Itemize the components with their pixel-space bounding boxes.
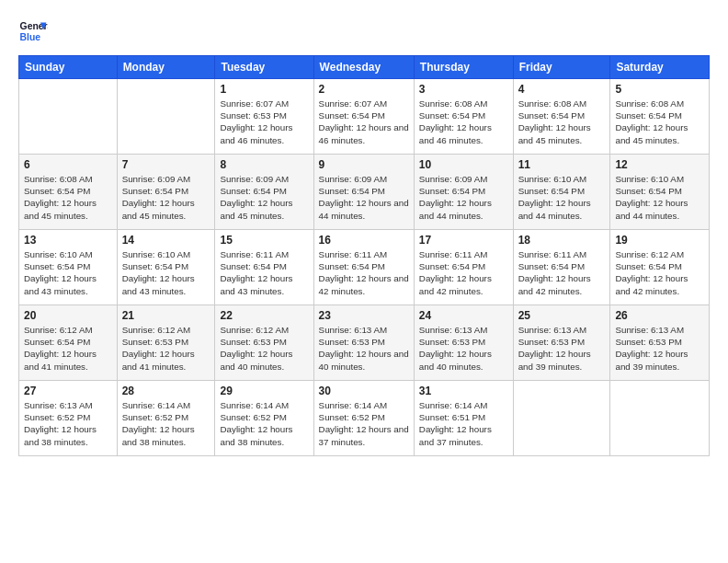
calendar-cell [610, 381, 710, 456]
day-info: Sunrise: 6:10 AM Sunset: 6:54 PM Dayligh… [615, 173, 704, 222]
day-info: Sunrise: 6:09 AM Sunset: 6:54 PM Dayligh… [122, 173, 210, 222]
calendar-cell: 13Sunrise: 6:10 AM Sunset: 6:54 PM Dayli… [19, 230, 118, 305]
day-number: 11 [518, 158, 606, 171]
calendar-cell [19, 79, 118, 155]
calendar-cell: 31Sunrise: 6:14 AM Sunset: 6:51 PM Dayli… [414, 381, 513, 456]
day-number: 10 [419, 158, 508, 171]
calendar-cell: 19Sunrise: 6:12 AM Sunset: 6:54 PM Dayli… [610, 230, 710, 305]
calendar-cell: 24Sunrise: 6:13 AM Sunset: 6:53 PM Dayli… [414, 305, 513, 381]
calendar-table: SundayMondayTuesdayWednesdayThursdayFrid… [18, 55, 710, 456]
day-number: 26 [615, 309, 704, 322]
calendar-week-3: 13Sunrise: 6:10 AM Sunset: 6:54 PM Dayli… [19, 230, 710, 305]
day-number: 14 [122, 234, 210, 247]
calendar-cell: 23Sunrise: 6:13 AM Sunset: 6:53 PM Dayli… [313, 305, 414, 381]
calendar-cell: 17Sunrise: 6:11 AM Sunset: 6:54 PM Dayli… [414, 230, 513, 305]
day-info: Sunrise: 6:11 AM Sunset: 6:54 PM Dayligh… [419, 248, 508, 297]
calendar-cell: 25Sunrise: 6:13 AM Sunset: 6:53 PM Dayli… [513, 305, 610, 381]
day-info: Sunrise: 6:10 AM Sunset: 6:54 PM Dayligh… [122, 248, 210, 297]
calendar-header-row: SundayMondayTuesdayWednesdayThursdayFrid… [19, 56, 710, 79]
day-number: 25 [518, 309, 606, 322]
day-info: Sunrise: 6:09 AM Sunset: 6:54 PM Dayligh… [319, 173, 409, 222]
calendar-cell [513, 381, 610, 456]
day-number: 8 [220, 158, 308, 171]
calendar-header-monday: Monday [117, 56, 215, 79]
day-info: Sunrise: 6:11 AM Sunset: 6:54 PM Dayligh… [220, 248, 308, 297]
day-number: 28 [122, 385, 210, 397]
calendar-cell: 30Sunrise: 6:14 AM Sunset: 6:52 PM Dayli… [313, 381, 414, 456]
day-number: 16 [319, 234, 409, 247]
svg-text:Blue: Blue [20, 32, 41, 42]
day-number: 1 [220, 83, 308, 96]
calendar-header-saturday: Saturday [610, 56, 710, 79]
day-info: Sunrise: 6:12 AM Sunset: 6:53 PM Dayligh… [122, 324, 210, 373]
calendar-header-wednesday: Wednesday [313, 56, 414, 79]
day-info: Sunrise: 6:13 AM Sunset: 6:53 PM Dayligh… [615, 324, 704, 373]
day-info: Sunrise: 6:12 AM Sunset: 6:54 PM Dayligh… [615, 248, 704, 297]
calendar-header-sunday: Sunday [19, 56, 118, 79]
calendar-cell: 29Sunrise: 6:14 AM Sunset: 6:52 PM Dayli… [215, 381, 313, 456]
day-number: 6 [24, 158, 112, 171]
day-number: 18 [518, 234, 606, 247]
day-number: 7 [122, 158, 210, 171]
calendar-cell: 8Sunrise: 6:09 AM Sunset: 6:54 PM Daylig… [215, 155, 313, 230]
calendar-cell [117, 79, 215, 155]
calendar-cell: 5Sunrise: 6:08 AM Sunset: 6:54 PM Daylig… [610, 79, 710, 155]
calendar-week-2: 6Sunrise: 6:08 AM Sunset: 6:54 PM Daylig… [19, 155, 710, 230]
day-number: 29 [220, 385, 308, 397]
calendar-cell: 1Sunrise: 6:07 AM Sunset: 6:53 PM Daylig… [215, 79, 313, 155]
calendar-cell: 10Sunrise: 6:09 AM Sunset: 6:54 PM Dayli… [414, 155, 513, 230]
calendar-cell: 16Sunrise: 6:11 AM Sunset: 6:54 PM Dayli… [313, 230, 414, 305]
calendar-cell: 9Sunrise: 6:09 AM Sunset: 6:54 PM Daylig… [313, 155, 414, 230]
day-info: Sunrise: 6:10 AM Sunset: 6:54 PM Dayligh… [518, 173, 606, 222]
calendar-week-1: 1Sunrise: 6:07 AM Sunset: 6:53 PM Daylig… [19, 79, 710, 155]
day-info: Sunrise: 6:14 AM Sunset: 6:52 PM Dayligh… [220, 399, 308, 448]
day-number: 27 [24, 385, 112, 397]
day-number: 9 [319, 158, 409, 171]
day-info: Sunrise: 6:12 AM Sunset: 6:53 PM Dayligh… [220, 324, 308, 373]
day-number: 23 [319, 309, 409, 322]
logo: General Blue [18, 17, 48, 46]
day-info: Sunrise: 6:08 AM Sunset: 6:54 PM Dayligh… [419, 98, 508, 146]
day-number: 30 [319, 385, 409, 397]
day-number: 20 [24, 309, 112, 322]
day-info: Sunrise: 6:07 AM Sunset: 6:54 PM Dayligh… [319, 98, 409, 146]
calendar-cell: 21Sunrise: 6:12 AM Sunset: 6:53 PM Dayli… [117, 305, 215, 381]
day-info: Sunrise: 6:13 AM Sunset: 6:52 PM Dayligh… [24, 399, 112, 448]
day-info: Sunrise: 6:08 AM Sunset: 6:54 PM Dayligh… [518, 98, 606, 146]
calendar-cell: 12Sunrise: 6:10 AM Sunset: 6:54 PM Dayli… [610, 155, 710, 230]
calendar-cell: 6Sunrise: 6:08 AM Sunset: 6:54 PM Daylig… [19, 155, 118, 230]
calendar-cell: 15Sunrise: 6:11 AM Sunset: 6:54 PM Dayli… [215, 230, 313, 305]
day-info: Sunrise: 6:11 AM Sunset: 6:54 PM Dayligh… [518, 248, 606, 297]
day-number: 2 [319, 83, 409, 96]
calendar-cell: 27Sunrise: 6:13 AM Sunset: 6:52 PM Dayli… [19, 381, 118, 456]
day-number: 22 [220, 309, 308, 322]
day-number: 31 [419, 385, 508, 397]
day-info: Sunrise: 6:07 AM Sunset: 6:53 PM Dayligh… [220, 98, 308, 146]
day-number: 21 [122, 309, 210, 322]
day-info: Sunrise: 6:13 AM Sunset: 6:53 PM Dayligh… [419, 324, 508, 373]
calendar-cell: 4Sunrise: 6:08 AM Sunset: 6:54 PM Daylig… [513, 79, 610, 155]
calendar-cell: 7Sunrise: 6:09 AM Sunset: 6:54 PM Daylig… [117, 155, 215, 230]
day-number: 24 [419, 309, 508, 322]
calendar-cell: 20Sunrise: 6:12 AM Sunset: 6:54 PM Dayli… [19, 305, 118, 381]
calendar-cell: 22Sunrise: 6:12 AM Sunset: 6:53 PM Dayli… [215, 305, 313, 381]
calendar-cell: 18Sunrise: 6:11 AM Sunset: 6:54 PM Dayli… [513, 230, 610, 305]
day-info: Sunrise: 6:13 AM Sunset: 6:53 PM Dayligh… [319, 324, 409, 373]
day-number: 19 [615, 234, 704, 247]
day-number: 15 [220, 234, 308, 247]
calendar-header-tuesday: Tuesday [215, 56, 313, 79]
day-info: Sunrise: 6:09 AM Sunset: 6:54 PM Dayligh… [220, 173, 308, 222]
calendar-cell: 28Sunrise: 6:14 AM Sunset: 6:52 PM Dayli… [117, 381, 215, 456]
logo-icon: General Blue [18, 17, 48, 46]
calendar-cell: 2Sunrise: 6:07 AM Sunset: 6:54 PM Daylig… [313, 79, 414, 155]
calendar-header-friday: Friday [513, 56, 610, 79]
day-number: 13 [24, 234, 112, 247]
day-info: Sunrise: 6:13 AM Sunset: 6:53 PM Dayligh… [518, 324, 606, 373]
calendar-week-5: 27Sunrise: 6:13 AM Sunset: 6:52 PM Dayli… [19, 381, 710, 456]
day-info: Sunrise: 6:10 AM Sunset: 6:54 PM Dayligh… [24, 248, 112, 297]
calendar-cell: 3Sunrise: 6:08 AM Sunset: 6:54 PM Daylig… [414, 79, 513, 155]
day-number: 4 [518, 83, 606, 96]
day-info: Sunrise: 6:08 AM Sunset: 6:54 PM Dayligh… [615, 98, 704, 146]
day-info: Sunrise: 6:14 AM Sunset: 6:52 PM Dayligh… [319, 399, 409, 448]
day-number: 5 [615, 83, 704, 96]
